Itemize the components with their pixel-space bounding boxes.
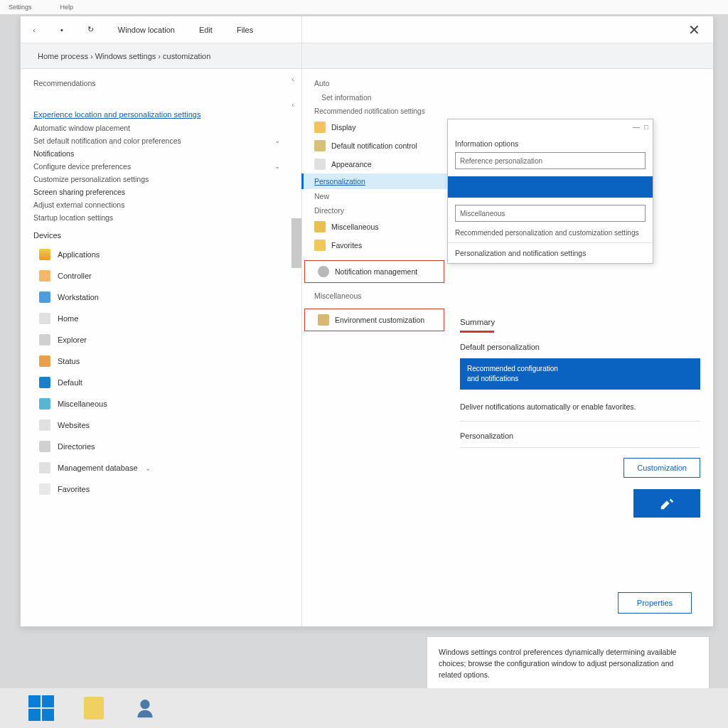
mid-item[interactable]: Appearance bbox=[301, 155, 447, 173]
device-item[interactable]: Miscellaneous bbox=[21, 393, 301, 414]
popup-input-1[interactable]: Reference personalization bbox=[455, 152, 646, 169]
fav-icon bbox=[314, 240, 326, 251]
fav-icon bbox=[39, 483, 50, 495]
explorer-icon bbox=[39, 334, 50, 346]
app-icon bbox=[39, 249, 50, 260]
scrollbar-thumb[interactable] bbox=[291, 218, 301, 268]
mid-group: Recommended notification settings bbox=[301, 105, 447, 118]
popup-dialog: — □ Information options Reference person… bbox=[447, 119, 653, 264]
taskbar-icon[interactable] bbox=[134, 697, 156, 719]
accent-underline bbox=[460, 331, 494, 333]
device-item[interactable]: Status bbox=[21, 350, 301, 372]
home-icon bbox=[39, 313, 50, 324]
left-item[interactable]: Screen sharing preferences bbox=[21, 186, 301, 198]
popup-highlight[interactable] bbox=[448, 176, 653, 198]
appearance-icon bbox=[314, 159, 326, 170]
device-item[interactable]: Controller bbox=[21, 265, 301, 287]
windows-start-icon[interactable] bbox=[28, 695, 54, 721]
mid-item[interactable]: Display bbox=[301, 118, 447, 136]
gear-icon bbox=[318, 266, 329, 277]
mid-item[interactable]: Miscellaneous bbox=[301, 218, 447, 236]
left-item[interactable]: Automatic window placement bbox=[21, 122, 301, 134]
mid-item[interactable]: Favorites bbox=[301, 236, 447, 255]
taskbar-icon[interactable] bbox=[84, 697, 104, 719]
popup-input-2[interactable]: Miscellaneous bbox=[455, 205, 646, 222]
tab-dot[interactable]: • bbox=[55, 23, 69, 37]
section-subtitle: Default personalization bbox=[460, 343, 700, 351]
left-header: Recommendations bbox=[21, 76, 301, 90]
taskbar bbox=[0, 688, 728, 728]
tab-files[interactable]: Files bbox=[231, 23, 259, 37]
help-label: Help bbox=[60, 4, 74, 11]
device-item[interactable]: Home bbox=[21, 308, 301, 329]
left-pane: ‹ Recommendations ‹ Experience location … bbox=[21, 69, 301, 626]
mid-item[interactable]: Default notification control bbox=[301, 136, 447, 155]
breadcrumb: Home process › Windows settings › custom… bbox=[21, 43, 713, 69]
customization-button[interactable]: Customization bbox=[623, 458, 700, 478]
db-icon bbox=[39, 462, 50, 473]
section-title: Summary bbox=[460, 318, 700, 326]
web-icon bbox=[39, 419, 50, 431]
left-item[interactable]: Notifications bbox=[21, 147, 301, 160]
device-item[interactable]: Directories bbox=[21, 436, 301, 457]
svg-point-0 bbox=[140, 700, 149, 709]
minimize-icon[interactable]: — bbox=[633, 123, 640, 131]
left-item[interactable]: Startup location settings bbox=[21, 211, 301, 224]
device-item[interactable]: Management database⌄ bbox=[21, 457, 301, 478]
status-icon bbox=[39, 355, 50, 367]
close-icon[interactable]: ✕ bbox=[681, 18, 707, 41]
collapse-icon-2[interactable]: ‹ bbox=[291, 100, 294, 109]
workstation-icon bbox=[39, 291, 50, 303]
tab-window-location[interactable]: Window location bbox=[112, 23, 181, 37]
refresh-icon[interactable]: ↻ bbox=[82, 22, 100, 37]
device-item[interactable]: Websites bbox=[21, 414, 301, 436]
tab-edit[interactable]: Edit bbox=[193, 23, 218, 37]
middle-pane: Auto Set information Recommended notific… bbox=[301, 69, 447, 626]
mid-header: Auto bbox=[301, 76, 447, 90]
chevron-icon: ⌄ bbox=[145, 464, 151, 472]
notify-icon bbox=[314, 140, 326, 151]
info-banner: Recommended configurationand notificatio… bbox=[460, 358, 700, 390]
mid-subheader: Set information bbox=[301, 90, 447, 105]
device-item[interactable]: Workstation bbox=[21, 287, 301, 308]
chevron-icon: ⌄ bbox=[274, 162, 280, 170]
mid-header: New bbox=[301, 189, 447, 203]
device-item[interactable]: Explorer bbox=[21, 329, 301, 350]
right-pane: — □ Information options Reference person… bbox=[447, 69, 713, 626]
folder-icon bbox=[39, 441, 50, 452]
main-window: ‹ • ↻ Window location Edit Files ✕ Home … bbox=[20, 16, 714, 627]
section-devices: Devices bbox=[21, 227, 301, 244]
device-item[interactable]: Default bbox=[21, 372, 301, 393]
left-item[interactable]: Set default notification and color prefe… bbox=[21, 134, 301, 147]
properties-button[interactable]: Properties bbox=[618, 592, 692, 614]
popup-title: Information options bbox=[455, 139, 646, 148]
popup-note: Recommended personalization and customiz… bbox=[455, 229, 646, 237]
device-item[interactable]: Favorites bbox=[21, 478, 301, 500]
back-button[interactable]: ‹ bbox=[26, 22, 42, 38]
chevron-down-icon: ⌄ bbox=[274, 136, 280, 144]
left-item[interactable]: Adjust external connections bbox=[21, 198, 301, 211]
tab-bar: ‹ • ↻ Window location Edit Files ✕ bbox=[21, 16, 713, 43]
misc-icon bbox=[314, 221, 326, 232]
collapse-icon[interactable]: ‹ bbox=[291, 75, 294, 83]
pen-icon bbox=[659, 496, 675, 511]
controller-icon bbox=[39, 270, 50, 282]
device-item[interactable]: Applications bbox=[21, 244, 301, 265]
mid-header: Directory bbox=[301, 203, 447, 218]
action-button[interactable] bbox=[633, 489, 700, 518]
highlighted-option-1[interactable]: Notification management bbox=[304, 260, 444, 283]
mid-header: Miscellaneous bbox=[301, 289, 447, 303]
highlighted-option-2[interactable]: Environment customization bbox=[304, 309, 444, 331]
display-icon bbox=[314, 122, 326, 133]
left-item[interactable]: Customize personalization settings bbox=[21, 173, 301, 186]
left-item[interactable]: Configure device preferences⌄ bbox=[21, 160, 301, 173]
app-name: Settings bbox=[9, 4, 32, 11]
popup-message: Personalization and notification setting… bbox=[448, 242, 653, 263]
mid-item-selected[interactable]: Personalization bbox=[301, 173, 447, 189]
maximize-icon[interactable]: □ bbox=[644, 123, 648, 131]
env-icon bbox=[318, 314, 329, 326]
section-label: Personalization bbox=[460, 432, 700, 440]
experience-link[interactable]: Experience location and personalization … bbox=[21, 107, 301, 122]
default-icon bbox=[39, 377, 50, 388]
misc-icon bbox=[39, 398, 50, 410]
